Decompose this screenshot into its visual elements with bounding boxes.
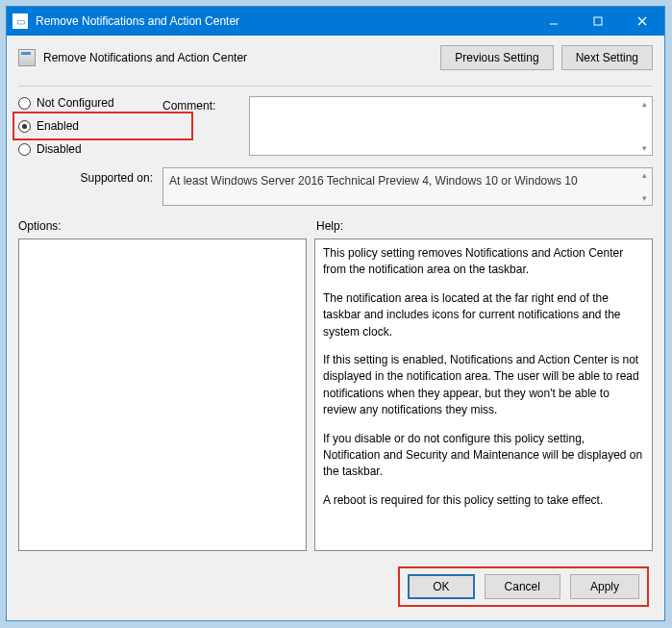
help-paragraph: A reboot is required for this policy set… bbox=[323, 492, 644, 509]
help-paragraph: If this setting is enabled, Notification… bbox=[323, 352, 644, 419]
help-paragraph: This policy setting removes Notification… bbox=[323, 245, 644, 279]
svg-line-3 bbox=[638, 17, 646, 25]
footer-buttons-highlight: OK Cancel Apply bbox=[398, 566, 649, 607]
supported-on-label: Supported on: bbox=[18, 167, 162, 206]
apply-button[interactable]: Apply bbox=[570, 574, 639, 599]
help-label: Help: bbox=[316, 219, 343, 233]
radio-label: Not Configured bbox=[37, 96, 114, 110]
content-area: Remove Notifications and Action Center P… bbox=[7, 36, 664, 620]
help-paragraph: The notification area is located at the … bbox=[323, 290, 644, 340]
radio-icon bbox=[18, 120, 31, 133]
radio-label: Disabled bbox=[37, 142, 82, 156]
comment-textarea[interactable]: ▴▾ bbox=[249, 96, 653, 156]
radio-disabled[interactable]: Disabled bbox=[18, 142, 162, 156]
options-label: Options: bbox=[18, 219, 316, 233]
close-button[interactable] bbox=[620, 7, 664, 36]
radio-icon bbox=[18, 97, 31, 110]
supported-on-box: At least Windows Server 2016 Technical P… bbox=[162, 167, 653, 206]
comment-label: Comment: bbox=[162, 99, 215, 113]
policy-title: Remove Notifications and Action Center bbox=[43, 51, 247, 64]
options-pane bbox=[18, 239, 307, 551]
app-icon: ▭ bbox=[12, 13, 28, 29]
cancel-button[interactable]: Cancel bbox=[485, 574, 560, 599]
divider bbox=[18, 86, 653, 87]
maximize-button[interactable] bbox=[576, 7, 620, 36]
svg-line-2 bbox=[638, 17, 646, 25]
help-paragraph: If you disable or do not configure this … bbox=[323, 431, 644, 481]
minimize-button[interactable] bbox=[532, 7, 576, 36]
state-radio-group: Not Configured Enabled Disabled bbox=[18, 96, 162, 156]
scroll-indicator: ▴▾ bbox=[638, 170, 650, 203]
next-setting-button[interactable]: Next Setting bbox=[561, 45, 653, 70]
supported-on-value: At least Windows Server 2016 Technical P… bbox=[169, 174, 578, 188]
radio-enabled[interactable]: Enabled bbox=[18, 119, 162, 133]
previous-setting-button[interactable]: Previous Setting bbox=[440, 45, 553, 70]
ok-button[interactable]: OK bbox=[408, 574, 474, 599]
radio-icon bbox=[18, 143, 31, 156]
policy-editor-window: ▭ Remove Notifications and Action Center… bbox=[6, 6, 665, 621]
scroll-indicator: ▴▾ bbox=[638, 99, 650, 153]
policy-icon bbox=[18, 49, 36, 66]
radio-label: Enabled bbox=[37, 119, 79, 133]
window-title: Remove Notifications and Action Center bbox=[36, 14, 532, 28]
titlebar: ▭ Remove Notifications and Action Center bbox=[7, 7, 664, 36]
svg-rect-1 bbox=[594, 17, 602, 25]
help-pane: This policy setting removes Notification… bbox=[314, 239, 653, 551]
radio-not-configured[interactable]: Not Configured bbox=[18, 96, 162, 110]
